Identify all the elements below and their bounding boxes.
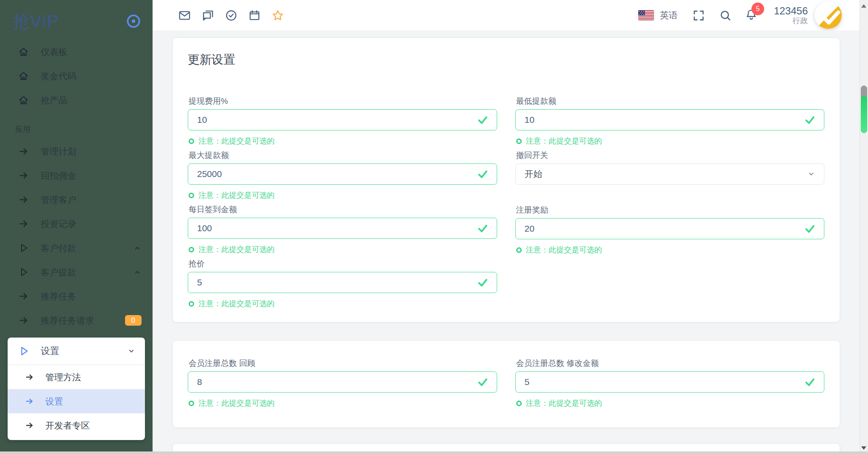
sidebar-item-label: 推荐任务请求 xyxy=(41,315,94,327)
us-flag-icon[interactable] xyxy=(638,10,654,20)
sidebar-subitem-label: 开发者专区 xyxy=(45,420,90,432)
text-input[interactable] xyxy=(188,371,497,393)
home-icon xyxy=(18,94,29,106)
arrow-icon xyxy=(18,194,29,205)
arrow-icon xyxy=(18,315,29,326)
note-circle-icon xyxy=(189,301,194,307)
sidebar-item-label: 回扣佣金 xyxy=(41,170,76,182)
field-label: 撤回开关 xyxy=(516,150,825,161)
text-input[interactable] xyxy=(188,272,497,293)
sidebar-item-label: 抢产品 xyxy=(41,94,67,106)
note-circle-icon xyxy=(516,247,522,253)
valid-check-icon xyxy=(477,376,489,388)
field-note: 注意：此提交是可选的 xyxy=(516,398,825,408)
settings-form: 提现费用%注意：此提交是可选的最大提款额注意：此提交是可选的每日签到金额注意：此… xyxy=(188,96,824,313)
sidebar-item[interactable]: 管理计划 xyxy=(0,139,153,163)
scroll-up-arrow-icon[interactable] xyxy=(861,4,866,8)
sidebar-item-label: 奖金代码 xyxy=(41,70,76,82)
app-logo[interactable]: 抢VIP xyxy=(13,10,58,33)
sidebar-item[interactable]: 仪表板 xyxy=(0,40,153,64)
field-control xyxy=(188,371,497,393)
calendar-icon[interactable] xyxy=(248,9,261,22)
field-control: 开始 xyxy=(515,163,825,185)
avatar[interactable] xyxy=(815,2,842,29)
sidebar-subitem-label: 管理方法 xyxy=(45,371,81,383)
field-control xyxy=(188,218,497,239)
note-circle-icon xyxy=(189,138,194,144)
sidebar-item[interactable]: 客户提款 xyxy=(0,260,153,284)
valid-check-icon xyxy=(477,168,489,180)
field-note: 注意：此提交是可选的 xyxy=(189,244,497,255)
check-circle-icon[interactable] xyxy=(225,9,238,22)
form-field: 抢价注意：此提交是可选的 xyxy=(188,258,497,309)
user-menu[interactable]: 123456 行政 xyxy=(774,5,808,25)
arrow-icon xyxy=(18,146,29,157)
topbar: 英语 5 123456 行政 xyxy=(153,0,860,30)
form-field: 最大提款额注意：此提交是可选的 xyxy=(188,150,497,200)
sidebar-item[interactable]: 回扣佣金 xyxy=(0,163,153,188)
valid-check-icon xyxy=(477,222,489,234)
note-text: 注意：此提交是可选的 xyxy=(526,136,602,146)
settings-panel: 设置 管理方法设置开发者专区 xyxy=(8,338,145,440)
star-icon[interactable] xyxy=(271,9,284,22)
fullscreen-icon[interactable] xyxy=(692,9,705,22)
form-field: 会员注册总数 修改金额注意：此提交是可选的 xyxy=(515,358,825,408)
note-circle-icon xyxy=(189,401,194,406)
sidebar-subitem[interactable]: 设置 xyxy=(8,389,145,413)
text-input[interactable] xyxy=(515,218,825,239)
text-input[interactable] xyxy=(188,163,497,185)
sidebar-item-settings-group[interactable]: 设置 xyxy=(8,338,145,365)
text-input[interactable] xyxy=(188,218,497,239)
valid-check-icon xyxy=(804,114,816,126)
field-note: 注意：此提交是可选的 xyxy=(189,190,497,200)
sidebar-item[interactable]: 推荐任务请求0 xyxy=(0,308,153,332)
topbar-quick-icons xyxy=(178,9,284,22)
scrollbar[interactable] xyxy=(860,0,868,454)
scroll-down-arrow-icon[interactable] xyxy=(861,446,866,450)
sidebar-subitem[interactable]: 管理方法 xyxy=(8,365,145,389)
sidebar-item-label: 推荐任务 xyxy=(41,291,76,302)
mail-icon[interactable] xyxy=(178,9,191,22)
member-totals-form: 会员注册总数 回顾注意：此提交是可选的 会员注册总数 修改金额注意：此提交是可选… xyxy=(188,358,824,412)
form-column-right: 会员注册总数 修改金额注意：此提交是可选的 xyxy=(515,358,825,412)
note-text: 注意：此提交是可选的 xyxy=(526,245,602,255)
play-icon xyxy=(18,345,30,357)
field-control xyxy=(188,272,497,293)
note-text: 注意：此提交是可选的 xyxy=(198,190,275,200)
select[interactable]: 开始 xyxy=(515,163,825,185)
note-circle-icon xyxy=(516,401,522,406)
arrow-icon xyxy=(25,396,34,406)
sidebar-item[interactable]: 管理客户 xyxy=(0,188,153,212)
sidebar-subitem[interactable]: 开发者专区 xyxy=(8,413,145,437)
search-icon[interactable] xyxy=(719,9,732,22)
sidebar-item[interactable]: 推荐任务 xyxy=(0,284,153,308)
main-area: 英语 5 123456 行政 xyxy=(153,0,860,454)
notification-count-badge: 5 xyxy=(751,3,764,15)
page-title: 更新设置 xyxy=(188,53,824,67)
sidebar-item[interactable]: 投资记录 xyxy=(0,212,153,236)
form-field: 撤回开关开始 xyxy=(515,150,825,185)
sidebar-item-label: 管理计划 xyxy=(41,146,76,158)
text-input[interactable] xyxy=(188,109,497,130)
text-input[interactable] xyxy=(515,109,825,130)
chat-icon[interactable] xyxy=(201,9,214,22)
form-column-left: 会员注册总数 回顾注意：此提交是可选的 xyxy=(188,358,497,412)
text-input[interactable] xyxy=(515,371,825,393)
form-column-right: 最低提款额注意：此提交是可选的撤回开关开始注册奖励注意：此提交是可选的 xyxy=(515,96,825,313)
valid-check-icon xyxy=(477,114,489,126)
form-field: 注册奖励注意：此提交是可选的 xyxy=(515,205,825,255)
sidebar-item[interactable]: 抢产品 xyxy=(0,88,153,112)
sidebar-toggle-target-icon[interactable] xyxy=(125,13,142,29)
field-label: 每日签到金额 xyxy=(189,204,497,215)
sidebar-item-label: 客户提款 xyxy=(41,266,76,278)
field-note: 注意：此提交是可选的 xyxy=(189,398,497,408)
field-label: 提现费用% xyxy=(189,96,497,106)
valid-check-icon xyxy=(804,223,816,235)
language-selector[interactable]: 英语 xyxy=(660,9,678,21)
note-text: 注意：此提交是可选的 xyxy=(198,398,275,408)
sidebar-item[interactable]: 奖金代码 xyxy=(0,64,153,88)
arrow-icon xyxy=(18,291,29,302)
notifications[interactable]: 5 xyxy=(745,8,758,23)
field-note: 注意：此提交是可选的 xyxy=(516,136,825,146)
sidebar-item[interactable]: 客户付款 xyxy=(0,236,153,260)
